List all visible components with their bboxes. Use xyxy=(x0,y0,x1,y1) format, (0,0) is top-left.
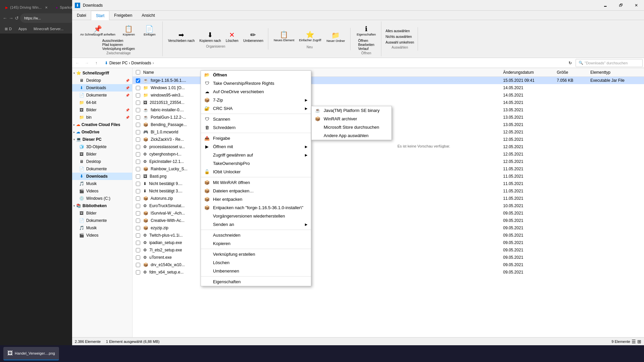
row-checkbox-18[interactable] xyxy=(134,211,142,216)
ribbon-tab-datei[interactable]: Datei xyxy=(72,11,91,20)
ctx-item-send-to[interactable]: Senden an xyxy=(201,220,311,229)
ctx-item-rename[interactable]: Umbenennen xyxy=(201,267,311,275)
row-checkbox-24[interactable] xyxy=(134,255,142,260)
sub-item-java[interactable]: ☕ Java(TM) Platform SE binary xyxy=(312,106,391,115)
ribbon-tab-freigeben[interactable]: Freigeben xyxy=(109,11,137,20)
sidebar-item-musik-pc[interactable]: 🎵 Musik xyxy=(72,180,132,187)
ctx-item-winrar-open[interactable]: 📦 Mit WinRAR öffnen xyxy=(201,178,311,187)
ctx-item-copy[interactable]: Kopieren xyxy=(201,239,311,248)
new-folder-button[interactable]: 📁 Neuer Ordner xyxy=(324,29,347,45)
quick-access-button[interactable]: ⭐ Einfacher Zugriff xyxy=(297,29,323,45)
row-checkbox-7[interactable] xyxy=(134,130,142,134)
sub-item-winrar[interactable]: 📦 WinRAR archiver xyxy=(312,115,391,123)
row-checkbox-9[interactable] xyxy=(134,145,142,149)
browser-back-button[interactable]: ← xyxy=(3,13,7,23)
row-checkbox-1[interactable] xyxy=(134,86,142,90)
ctx-item-take-owner-pro[interactable]: TakeOwnershipPro xyxy=(201,159,311,168)
ctx-item-7zip[interactable]: 📦 7-Zip xyxy=(201,96,311,104)
properties-button[interactable]: ℹ Eigenschaften xyxy=(354,23,378,38)
sidebar-bibliotheken-header[interactable]: ▾ 📚 Bibliotheken xyxy=(72,202,132,209)
sidebar-dieserpc-header[interactable]: ▾ 💻 Dieser PC xyxy=(72,136,132,143)
back-button[interactable]: ← xyxy=(73,59,82,67)
sidebar-item-dokumente-bib[interactable]: 📄 Dokumente xyxy=(72,217,132,224)
new-item-button[interactable]: 📋 Neues Element xyxy=(272,29,297,45)
browser-tab-yt-close[interactable]: ✕ xyxy=(45,6,48,9)
taskbar-item-handel[interactable]: 🖼 Handel_Verweiger....png xyxy=(3,347,59,360)
row-checkbox-5[interactable] xyxy=(134,115,142,120)
row-checkbox-21[interactable] xyxy=(134,233,142,238)
col-name-header[interactable]: Name xyxy=(142,70,502,75)
ctx-item-crc-sha[interactable]: 🔐 CRC SHA xyxy=(201,104,311,113)
ctx-item-onedrive[interactable]: ☁ Auf OneDrive verschieben xyxy=(201,87,311,96)
ctx-item-iobit[interactable]: 🔓 IObit Unlocker xyxy=(201,168,311,176)
sidebar-item-dokumente-pc[interactable]: 📄 Dokumente xyxy=(72,165,132,173)
sidebar-item-bilder-bib[interactable]: 🖼 Bilder xyxy=(72,209,132,217)
sidebar-item-bin[interactable]: 📁 bin 📌 xyxy=(72,114,132,121)
rename-button[interactable]: ✏ Umbenennen xyxy=(241,29,265,44)
delete-button[interactable]: ✕ Löschen xyxy=(224,29,240,44)
ctx-item-properties[interactable]: Eigenschaften xyxy=(201,278,311,286)
bookmark-apps-text[interactable]: Apps xyxy=(16,26,29,32)
row-checkbox-10[interactable] xyxy=(134,152,142,157)
forward-button[interactable]: → xyxy=(83,59,91,67)
move-to-button[interactable]: ➡ Verschieben nach xyxy=(166,29,197,44)
row-checkbox-23[interactable] xyxy=(134,248,142,252)
sidebar-creativecloud-header[interactable]: ▸ ☁ Creative Cloud Files xyxy=(72,121,132,128)
bookmark-apps[interactable]: ⊞ D xyxy=(3,26,14,32)
row-checkbox-6[interactable] xyxy=(134,123,142,127)
row-checkbox-3[interactable] xyxy=(134,101,142,105)
ctx-item-prev-versions[interactable]: Vorgängerversionen wiederherstellen xyxy=(201,212,311,220)
row-checkbox-4[interactable] xyxy=(134,108,142,112)
row-checkbox-25[interactable] xyxy=(134,263,142,267)
grid-view-button[interactable]: ⊞ xyxy=(637,339,641,344)
sidebar-item-downloads-quick[interactable]: ⬇ Downloads 📌 xyxy=(72,84,132,92)
select-none-button[interactable]: Nichts auswählen xyxy=(385,34,415,39)
row-checkbox-11[interactable] xyxy=(134,160,142,164)
ctx-item-extract-here[interactable]: 📦 Dateien entpacken… xyxy=(201,187,311,195)
ctx-item-delete[interactable]: Löschen xyxy=(201,258,311,267)
paste-button[interactable]: 📄 Einfügen xyxy=(140,23,160,38)
ctx-item-create-link[interactable]: Verknüpfung erstellen xyxy=(201,250,311,258)
browser-tab-yt[interactable]: ▶ (145) Driving Win... ✕ xyxy=(1,3,52,12)
close-button[interactable]: ✕ xyxy=(629,0,644,11)
row-checkbox-17[interactable] xyxy=(134,204,142,208)
row-checkbox-12[interactable] xyxy=(134,167,142,171)
col-date-header[interactable]: Änderungsdatum xyxy=(502,70,555,75)
browser-address-bar[interactable] xyxy=(20,13,74,23)
copy-to-button[interactable]: ⬇ Kopieren nach xyxy=(197,29,223,44)
browser-reload-button[interactable]: ↺ xyxy=(15,13,19,23)
row-checkbox-14[interactable] xyxy=(134,182,142,186)
maximize-button[interactable]: 🗗 xyxy=(613,0,629,11)
ctx-item-cut[interactable]: Ausschneiden xyxy=(201,231,311,239)
ctx-item-access[interactable]: Zugriff gewähren auf xyxy=(201,151,311,159)
row-checkbox-2[interactable] xyxy=(134,93,142,98)
row-checkbox-26[interactable] xyxy=(134,270,142,275)
sidebar-item-64bit[interactable]: 📁 64-bit xyxy=(72,99,132,106)
sidebar-item-windows-c[interactable]: 💿 Windows (C:) xyxy=(72,195,132,202)
bookmark-minecraft[interactable]: Minecraft Server... xyxy=(32,26,65,32)
row-checkbox-13[interactable] xyxy=(134,174,142,179)
minimize-button[interactable]: 🗕 xyxy=(598,0,613,11)
browser-forward-button[interactable]: → xyxy=(9,13,13,23)
ctx-item-extract-to-here[interactable]: 📦 Hier entpacken xyxy=(201,195,311,203)
checkbox-header[interactable] xyxy=(134,70,142,74)
row-checkbox-22[interactable] xyxy=(134,241,142,245)
row-checkbox-20[interactable] xyxy=(134,226,142,230)
sub-item-other-app[interactable]: Andere App auswählen xyxy=(312,131,391,140)
up-button[interactable]: ↑ xyxy=(92,59,100,67)
invert-selection-button[interactable]: Auswahl umkehren xyxy=(385,40,415,45)
row-checkbox-16[interactable] xyxy=(134,196,142,201)
ctx-item-shred[interactable]: 🗑 Schreddern xyxy=(201,123,311,132)
ctx-item-take-ownership[interactable]: 🛡 Take Ownership/Restore Rights xyxy=(201,79,311,87)
row-checkbox-15[interactable] xyxy=(134,189,142,193)
ctx-item-open-with[interactable]: ▶ Öffnen mit xyxy=(201,142,311,151)
row-checkbox-8[interactable] xyxy=(134,137,142,142)
col-type-header[interactable]: Elementtyp xyxy=(589,70,643,75)
search-box[interactable]: 🔍 "Downloads" durchsuchen xyxy=(576,59,643,67)
sub-item-ms-store[interactable]: Microsoft Store durchsuchen xyxy=(312,123,391,131)
ribbon-tab-start[interactable]: Start xyxy=(91,11,109,20)
sidebar-item-downloads-pc[interactable]: ⬇ Downloads xyxy=(72,173,132,180)
sidebar-item-bilder-quick[interactable]: 🖼 Bilder 📌 xyxy=(72,106,132,114)
sidebar-item-desktop-quick[interactable]: 🖥 Desktop 📌 xyxy=(72,77,132,84)
sidebar-quickaccess-header[interactable]: ▾ ⭐ Schnellzugriff xyxy=(72,69,132,77)
